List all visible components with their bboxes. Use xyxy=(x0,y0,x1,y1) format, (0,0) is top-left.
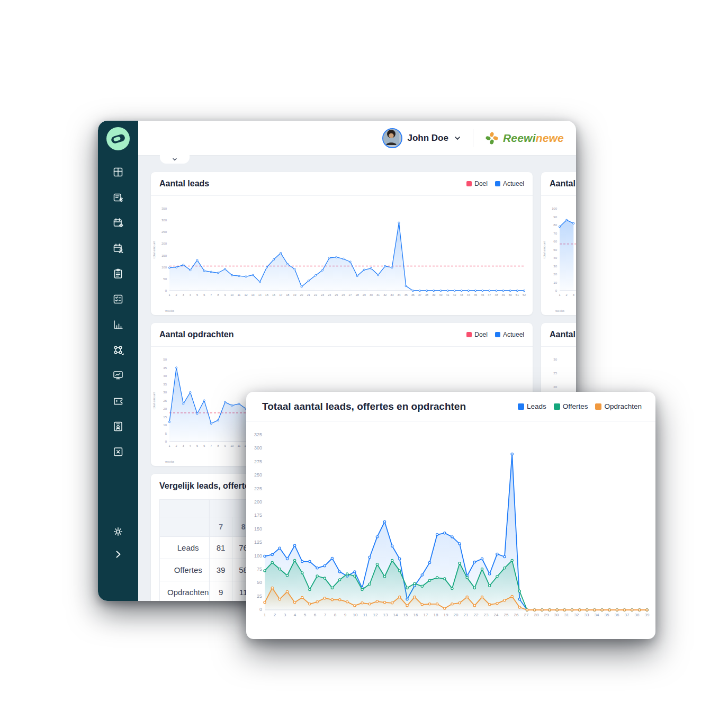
brand-logo: Reewinewe xyxy=(485,131,564,145)
chart-legend: LeadsOffertesOpdrachten xyxy=(518,402,642,410)
svg-text:225: 225 xyxy=(254,486,262,491)
sidebar-item-task-check[interactable] xyxy=(110,293,126,305)
svg-text:24: 24 xyxy=(494,613,499,617)
svg-text:22: 22 xyxy=(314,293,317,296)
svg-text:5: 5 xyxy=(165,432,167,435)
svg-text:100: 100 xyxy=(161,266,167,269)
sidebar-item-calendar-settings[interactable] xyxy=(110,217,126,229)
user-menu[interactable]: John Doe xyxy=(382,128,461,148)
ticket-icon xyxy=(112,395,124,407)
svg-text:48: 48 xyxy=(495,293,498,296)
legend-item-actueel[interactable]: Actueel xyxy=(495,180,524,187)
svg-text:15: 15 xyxy=(265,293,268,296)
svg-text:42: 42 xyxy=(453,293,456,296)
user-name: John Doe xyxy=(408,133,448,143)
svg-text:1: 1 xyxy=(559,293,560,296)
svg-text:6: 6 xyxy=(203,444,205,447)
svg-text:36: 36 xyxy=(411,293,415,296)
svg-text:total amount: total amount xyxy=(543,241,546,258)
svg-text:46: 46 xyxy=(481,293,484,296)
legend-item-doel[interactable]: Doel xyxy=(466,180,488,187)
table-cell: 9 xyxy=(210,581,232,601)
svg-text:3: 3 xyxy=(573,293,574,296)
avatar[interactable] xyxy=(382,128,402,148)
svg-text:20: 20 xyxy=(454,613,459,617)
svg-text:12: 12 xyxy=(244,293,247,296)
page: John Doe Reewinewe xyxy=(0,0,728,728)
svg-text:70: 70 xyxy=(553,232,557,235)
svg-text:34: 34 xyxy=(595,613,599,617)
card-title: Aantal xyxy=(550,330,576,339)
svg-text:38: 38 xyxy=(425,293,428,296)
sidebar-item-cancel-box[interactable] xyxy=(110,446,126,457)
svg-text:0: 0 xyxy=(555,289,558,292)
svg-text:18: 18 xyxy=(286,293,289,296)
svg-text:21: 21 xyxy=(464,613,469,617)
svg-text:11: 11 xyxy=(238,444,241,447)
totaal-chart: 0255075100125150175200225250275300325123… xyxy=(246,429,655,641)
svg-text:27: 27 xyxy=(524,613,529,617)
sidebar-item-monitor-chart[interactable] xyxy=(110,370,126,381)
legend-item-opdrachten[interactable]: Opdrachten xyxy=(595,402,642,410)
svg-text:47: 47 xyxy=(488,293,491,296)
sidebar-item-integrations[interactable] xyxy=(110,344,126,356)
svg-text:5: 5 xyxy=(196,444,198,447)
svg-text:50: 50 xyxy=(163,277,167,281)
dashboard-grid-icon xyxy=(112,166,124,178)
svg-text:10: 10 xyxy=(230,293,233,296)
svg-text:100: 100 xyxy=(254,553,262,559)
svg-text:20: 20 xyxy=(553,385,557,389)
svg-text:2: 2 xyxy=(274,613,276,617)
svg-text:35: 35 xyxy=(605,613,609,617)
svg-text:50: 50 xyxy=(553,248,557,251)
svg-text:11: 11 xyxy=(238,293,241,296)
svg-text:weeks: weeks xyxy=(555,309,564,312)
svg-text:4: 4 xyxy=(190,444,191,447)
sidebar-item-dashboard-grid[interactable] xyxy=(110,166,126,178)
sidebar-expand-button[interactable] xyxy=(98,549,138,560)
sidebar-item-id-card[interactable] xyxy=(110,420,126,432)
legend-item-offertes[interactable]: Offertes xyxy=(554,402,588,410)
svg-text:18: 18 xyxy=(434,613,438,617)
sidebar-item-settings[interactable] xyxy=(98,526,138,537)
table-row-link[interactable]: Opdrachten xyxy=(160,581,210,601)
chart-legend: DoelActueel xyxy=(466,331,524,338)
sidebar-item-calendar-user[interactable] xyxy=(110,242,126,254)
legend-item-doel[interactable]: Doel xyxy=(466,331,488,338)
svg-text:37: 37 xyxy=(418,293,421,296)
svg-text:4: 4 xyxy=(294,613,296,617)
svg-text:15: 15 xyxy=(163,416,167,419)
svg-text:10: 10 xyxy=(353,613,358,617)
sidebar-item-clipboard-list[interactable] xyxy=(110,268,126,280)
svg-text:39: 39 xyxy=(432,293,435,296)
sidebar-item-ticket[interactable] xyxy=(110,395,126,407)
svg-text:33: 33 xyxy=(585,613,589,617)
collapse-tab[interactable] xyxy=(160,155,190,164)
svg-text:125: 125 xyxy=(254,540,262,545)
svg-text:3: 3 xyxy=(284,613,286,617)
svg-text:weeks: weeks xyxy=(165,460,174,463)
card-title: Aantal xyxy=(550,179,576,188)
legend-item-leads[interactable]: Leads xyxy=(518,402,546,410)
table-row-link[interactable]: Leads xyxy=(160,537,210,559)
legend-item-actueel[interactable]: Actueel xyxy=(495,331,524,338)
svg-text:25: 25 xyxy=(163,399,167,402)
calendar-settings-icon xyxy=(112,217,124,229)
svg-text:40: 40 xyxy=(439,293,442,296)
svg-text:8: 8 xyxy=(334,613,337,617)
sidebar-item-bar-chart[interactable] xyxy=(110,319,126,330)
app-logo-icon[interactable] xyxy=(106,127,130,150)
svg-text:31: 31 xyxy=(376,293,380,296)
svg-text:17: 17 xyxy=(424,613,428,617)
sidebar-item-invoice-euro[interactable] xyxy=(110,192,126,203)
invoice-euro-icon xyxy=(112,192,124,203)
svg-text:50: 50 xyxy=(509,293,512,296)
svg-text:300: 300 xyxy=(161,219,167,222)
svg-text:80: 80 xyxy=(553,223,557,227)
table-row-link[interactable]: Offertes xyxy=(160,559,210,581)
header-divider xyxy=(473,129,473,147)
svg-text:13: 13 xyxy=(383,613,388,617)
svg-text:60: 60 xyxy=(553,240,557,243)
svg-text:6: 6 xyxy=(203,293,205,296)
svg-text:30: 30 xyxy=(554,613,559,617)
